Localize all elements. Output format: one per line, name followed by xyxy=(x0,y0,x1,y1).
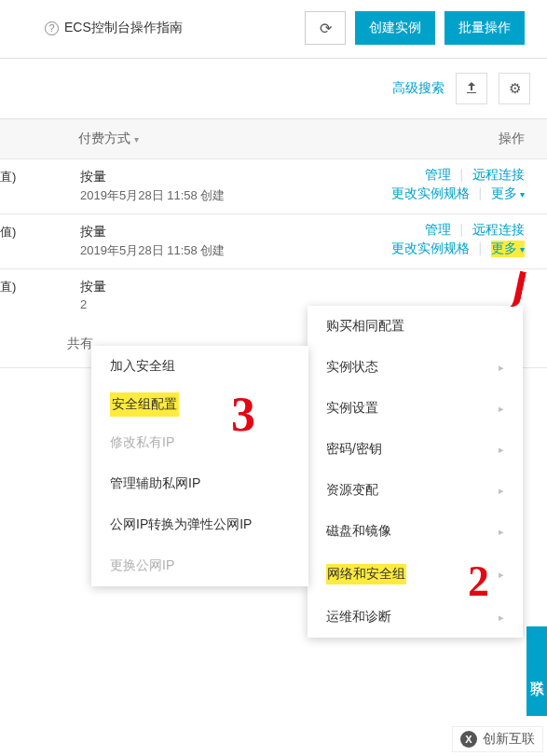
pay-type: 按量 xyxy=(80,169,225,186)
filterbar: 高级搜索 ⚙ xyxy=(0,59,547,119)
batch-operation-button[interactable]: 批量操作 xyxy=(444,11,525,45)
more-dropdown[interactable]: 更多 ▾ xyxy=(491,241,525,257)
disk-image-item[interactable]: 磁盘和镜像▸ xyxy=(308,511,523,552)
manage-link[interactable]: 管理 xyxy=(425,222,451,237)
settings-button[interactable]: ⚙ xyxy=(499,73,530,104)
buy-same-config-item[interactable]: 购买相同配置 xyxy=(308,306,523,347)
chevron-down-icon: ▾ xyxy=(520,189,525,199)
chevron-right-icon: ▸ xyxy=(499,612,504,624)
guide-link[interactable]: ? ECS控制台操作指南 xyxy=(45,20,183,36)
advanced-search-link[interactable]: 高级搜索 xyxy=(392,80,444,97)
refresh-icon: ⟳ xyxy=(320,20,332,37)
chevron-right-icon: ▸ xyxy=(499,526,504,538)
pay-column-label: 付费方式 xyxy=(78,131,130,147)
chevron-right-icon: ▸ xyxy=(499,362,504,374)
change-spec-link[interactable]: 更改实例规格 xyxy=(391,241,470,255)
menu-item-label: 资源变配 xyxy=(326,482,378,499)
chevron-right-icon: ▸ xyxy=(499,403,504,415)
row-id-suffix: 值) xyxy=(0,224,19,259)
security-group-submenu: 加入安全组 安全组配置 修改私有IP 管理辅助私网IP 公网IP转换为弹性公网I… xyxy=(91,346,308,586)
guide-label: ECS控制台操作指南 xyxy=(64,20,183,36)
contact-sidetab[interactable]: 联系 xyxy=(526,626,547,716)
create-time: 2 xyxy=(80,297,106,311)
remote-connect-link[interactable]: 远程连接 xyxy=(472,167,525,182)
row-operations: 管理 | 远程连接 更改实例规格 | 更多 ▾ xyxy=(391,167,525,202)
separator: | xyxy=(454,222,469,237)
manage-secondary-ip-item[interactable]: 管理辅助私网IP xyxy=(91,463,308,504)
instance-status-item[interactable]: 实例状态▸ xyxy=(308,347,523,388)
annotation-3: 3 xyxy=(231,387,255,442)
row-id-suffix: 直) xyxy=(0,279,19,311)
separator: | xyxy=(472,186,487,200)
menu-item-label: 实例设置 xyxy=(326,400,378,417)
separator: | xyxy=(454,167,469,182)
op-column-header: 操作 xyxy=(499,131,525,147)
modify-private-ip-item: 修改私有IP xyxy=(91,422,308,463)
refresh-button[interactable]: ⟳ xyxy=(305,11,346,45)
more-label: 更多 xyxy=(491,241,517,257)
export-icon xyxy=(465,81,478,97)
topbar: ? ECS控制台操作指南 ⟳ 创建实例 批量操作 xyxy=(0,0,547,59)
security-group-config-item[interactable]: 安全组配置 xyxy=(110,392,179,417)
instance-settings-item[interactable]: 实例设置▸ xyxy=(308,388,523,429)
create-time: 2019年5月28日 11:58 创建 xyxy=(80,187,225,204)
more-dropdown[interactable]: 更多 ▾ xyxy=(491,186,525,202)
menu-item-label: 实例状态 xyxy=(326,359,378,376)
create-instance-button[interactable]: 创建实例 xyxy=(355,11,435,45)
pay-type: 按量 xyxy=(80,279,106,296)
table-row: 直) 按量 2019年5月28日 11:58 创建 管理 | 远程连接 更改实例… xyxy=(0,159,547,214)
annotation-2: 2 xyxy=(468,557,489,606)
convert-eip-item[interactable]: 公网IP转换为弹性公网IP xyxy=(91,504,308,545)
network-security-group-item[interactable]: 网络和安全组▸ xyxy=(308,552,523,597)
remote-connect-link[interactable]: 远程连接 xyxy=(472,222,525,237)
more-label: 更多 xyxy=(491,186,517,202)
chevron-right-icon: ▸ xyxy=(499,485,504,497)
menu-item-label: 网络和安全组 xyxy=(326,564,406,584)
resource-change-item[interactable]: 资源变配▸ xyxy=(308,470,523,511)
gear-icon: ⚙ xyxy=(509,80,521,97)
sort-caret-icon: ▾ xyxy=(134,134,139,144)
table-header: 付费方式 ▾ 操作 xyxy=(0,119,547,159)
separator: | xyxy=(472,241,487,255)
join-security-group-item[interactable]: 加入安全组 xyxy=(91,346,308,387)
export-button[interactable] xyxy=(456,73,487,104)
chevron-right-icon: ▸ xyxy=(499,569,504,581)
menu-item-label: 购买相同配置 xyxy=(326,318,404,335)
menu-item-label: 磁盘和镜像 xyxy=(326,523,391,540)
topbar-actions: ⟳ 创建实例 批量操作 xyxy=(305,11,525,45)
create-time: 2019年5月28日 11:58 创建 xyxy=(80,242,225,259)
chevron-right-icon: ▸ xyxy=(499,444,504,456)
table-row: 值) 按量 2019年5月28日 11:58 创建 管理 | 远程连接 更改实例… xyxy=(0,214,547,269)
pay-column-header[interactable]: 付费方式 ▾ xyxy=(22,131,499,147)
manage-link[interactable]: 管理 xyxy=(425,167,451,182)
watermark: X 创新互联 xyxy=(452,726,543,752)
more-dropdown-menu: 购买相同配置 实例状态▸ 实例设置▸ 密码/密钥▸ 资源变配▸ 磁盘和镜像▸ 网… xyxy=(308,306,523,638)
ops-diagnosis-item[interactable]: 运维和诊断▸ xyxy=(308,597,523,638)
chevron-down-icon: ▾ xyxy=(520,244,525,254)
change-public-ip-item: 更换公网IP xyxy=(91,545,308,586)
help-icon: ? xyxy=(45,21,59,35)
menu-item-label: 运维和诊断 xyxy=(326,609,391,625)
watermark-logo-icon: X xyxy=(460,731,477,748)
watermark-text: 创新互联 xyxy=(483,731,535,748)
pay-type: 按量 xyxy=(80,224,225,241)
row-id-suffix: 直) xyxy=(0,169,19,204)
change-spec-link[interactable]: 更改实例规格 xyxy=(391,186,470,200)
password-key-item[interactable]: 密码/密钥▸ xyxy=(308,429,523,470)
row-operations: 管理 | 远程连接 更改实例规格 | 更多 ▾ xyxy=(391,222,525,257)
menu-item-label: 密码/密钥 xyxy=(326,441,382,458)
